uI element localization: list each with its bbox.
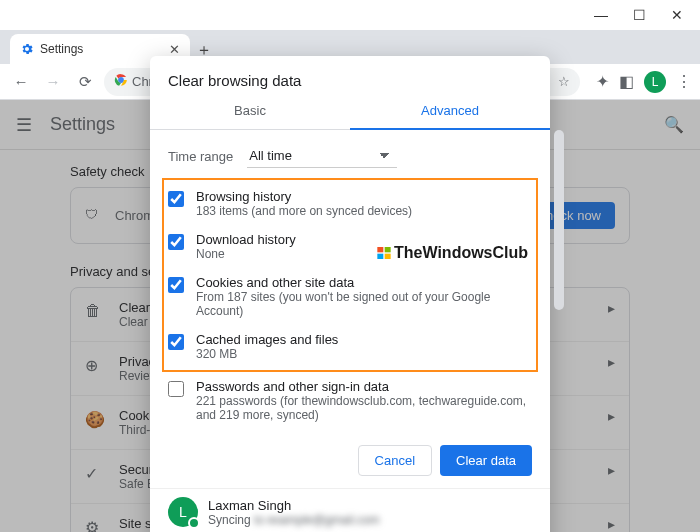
sidepanel-icon[interactable]: ◧ <box>619 72 634 91</box>
profile-sync-status: Syncing to example@gmail.com <box>208 513 380 527</box>
tab-advanced[interactable]: Advanced <box>350 93 550 130</box>
tab-close-icon[interactable]: ✕ <box>169 42 180 57</box>
browser-menu-icon[interactable]: ⋮ <box>676 72 692 91</box>
nav-back-button[interactable]: ← <box>8 69 34 95</box>
checkbox-cookies[interactable] <box>168 277 184 293</box>
window-minimize-button[interactable]: — <box>582 1 620 29</box>
option-title: Download history <box>196 232 296 247</box>
window-close-button[interactable]: ✕ <box>658 1 696 29</box>
option-title: Cookies and other site data <box>196 275 532 290</box>
profile-row[interactable]: L Laxman Singh Syncing to example@gmail.… <box>150 488 550 532</box>
nav-reload-button[interactable]: ⟳ <box>72 69 98 95</box>
chrome-logo-icon <box>114 73 128 90</box>
highlight-annotation: Browsing history183 items (and more on s… <box>162 178 538 372</box>
option-passwords[interactable]: Passwords and other sign-in data221 pass… <box>168 372 532 429</box>
cancel-button[interactable]: Cancel <box>358 445 432 476</box>
time-range-select[interactable]: All time <box>247 144 397 168</box>
option-sub: 183 items (and more on synced devices) <box>196 204 412 218</box>
bookmark-icon[interactable]: ☆ <box>558 74 570 89</box>
profile-avatar-button[interactable]: L <box>644 71 666 93</box>
option-browsing-history[interactable]: Browsing history183 items (and more on s… <box>168 182 532 225</box>
checkbox-browsing-history[interactable] <box>168 191 184 207</box>
window-maximize-button[interactable]: ☐ <box>620 1 658 29</box>
option-title: Cached images and files <box>196 332 338 347</box>
dialog-scrollbar[interactable] <box>554 130 564 310</box>
profile-name: Laxman Singh <box>208 498 380 513</box>
option-download-history[interactable]: Download historyNone <box>168 225 532 268</box>
option-cookies[interactable]: Cookies and other site dataFrom 187 site… <box>168 268 532 325</box>
tab-basic[interactable]: Basic <box>150 93 350 130</box>
tab-title: Settings <box>40 42 83 56</box>
clear-data-button[interactable]: Clear data <box>440 445 532 476</box>
checkbox-passwords[interactable] <box>168 381 184 397</box>
profile-avatar: L <box>168 497 198 527</box>
sync-badge-icon <box>188 517 200 529</box>
option-cache[interactable]: Cached images and files320 MB <box>168 325 532 368</box>
dialog-body: Time range All time Browsing history183 … <box>150 130 550 433</box>
option-title: Browsing history <box>196 189 412 204</box>
clear-browsing-data-dialog: Clear browsing data Basic Advanced Time … <box>150 56 550 532</box>
checkbox-download-history[interactable] <box>168 234 184 250</box>
checkbox-cache[interactable] <box>168 334 184 350</box>
option-sub: From 187 sites (you won't be signed out … <box>196 290 532 318</box>
option-title: Passwords and other sign-in data <box>196 379 532 394</box>
gear-icon <box>20 42 34 56</box>
nav-forward-button[interactable]: → <box>40 69 66 95</box>
window-titlebar: — ☐ ✕ <box>0 0 700 30</box>
option-sub: None <box>196 247 296 261</box>
time-range-label: Time range <box>168 149 233 164</box>
extensions-icon[interactable]: ✦ <box>596 72 609 91</box>
dialog-title: Clear browsing data <box>150 56 550 93</box>
svg-point-0 <box>118 77 124 83</box>
option-sub: 221 passwords (for thewindowsclub.com, t… <box>196 394 532 422</box>
option-sub: 320 MB <box>196 347 338 361</box>
